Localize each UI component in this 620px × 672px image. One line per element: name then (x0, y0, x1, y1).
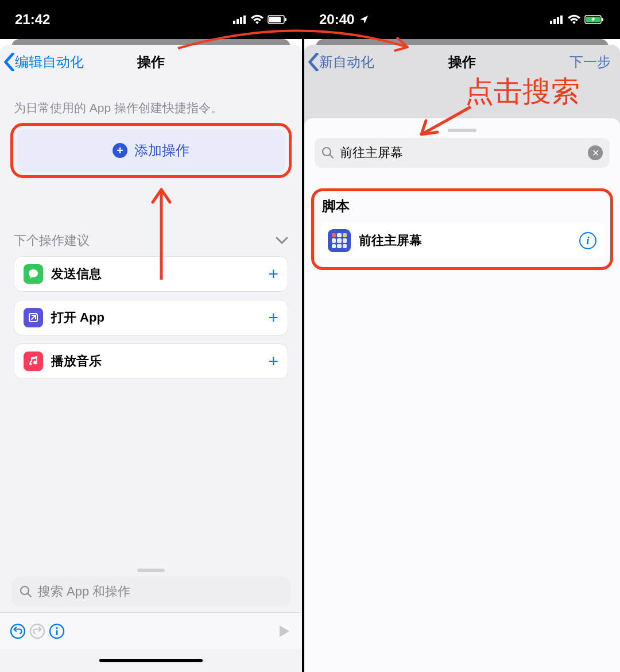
page-title: 操作 (448, 53, 476, 71)
svg-rect-18 (553, 19, 556, 24)
chevron-left-icon (3, 53, 15, 71)
status-icons (550, 14, 605, 25)
right-screenshot: 20:40 新自动化 操作 下一步 前往主屏幕 ✕ 脚 (304, 0, 620, 672)
svg-rect-16 (56, 630, 58, 635)
music-icon (24, 352, 43, 371)
result-label: 前往主屏幕 (359, 232, 571, 249)
search-panel: 前往主屏幕 ✕ 脚本 前往主屏幕 i (304, 118, 620, 672)
status-bar: 21:42 (0, 0, 302, 39)
info-button[interactable] (47, 621, 67, 641)
back-label: 编辑自动化 (15, 53, 84, 71)
back-button[interactable]: 编辑自动化 (3, 53, 84, 71)
cellular-icon (233, 15, 247, 24)
plus-icon[interactable]: + (268, 308, 278, 327)
undo-button[interactable] (8, 621, 28, 641)
plus-circle-icon: + (113, 143, 127, 158)
annotation-highlight: 脚本 前往主屏幕 i (311, 188, 613, 270)
svg-rect-1 (237, 19, 239, 24)
search-value: 前往主屏幕 (340, 144, 582, 161)
actions-sheet: 新自动化 操作 下一步 前往主屏幕 ✕ 脚本 前往主屏幕 i (304, 45, 620, 672)
hint-text: 为日常使用的 App 操作创建快捷指令。 (14, 100, 288, 116)
svg-rect-0 (233, 21, 235, 24)
search-placeholder: 搜索 App 和操作 (38, 583, 130, 600)
drag-handle[interactable] (448, 129, 476, 132)
page-title: 操作 (137, 53, 165, 71)
location-icon (359, 14, 369, 25)
result-section-title: 脚本 (322, 197, 604, 215)
svg-line-11 (28, 593, 31, 597)
nav-bar: 新自动化 操作 下一步 (304, 45, 620, 79)
svg-rect-23 (602, 18, 603, 21)
svg-rect-19 (557, 17, 559, 24)
suggestion-label: 发送信息 (51, 265, 260, 283)
redo-button[interactable] (28, 621, 47, 641)
suggestions-header[interactable]: 下个操作建议 (14, 232, 288, 249)
actions-sheet: 编辑自动化 操作 为日常使用的 App 操作创建快捷指令。 + 添加操作 下个操… (0, 45, 302, 672)
svg-line-25 (330, 155, 333, 158)
search-input[interactable]: 搜索 App 和操作 (11, 577, 290, 607)
suggestion-label: 播放音乐 (51, 353, 260, 370)
nav-bar: 编辑自动化 操作 (0, 45, 302, 79)
svg-point-15 (56, 627, 57, 628)
bottom-area: 搜索 App 和操作 (0, 563, 302, 672)
back-button[interactable]: 新自动化 (308, 53, 374, 71)
wifi-icon (567, 14, 581, 25)
svg-point-9 (34, 361, 37, 364)
clock: 21:42 (15, 11, 50, 28)
status-bar: 20:40 (304, 0, 620, 39)
svg-rect-2 (240, 17, 242, 24)
add-action-label: 添加操作 (134, 141, 189, 160)
svg-rect-20 (560, 16, 563, 24)
wifi-icon (250, 14, 264, 25)
chevron-down-icon (276, 233, 288, 248)
annotation-highlight: + 添加操作 (10, 123, 292, 178)
svg-point-8 (29, 362, 32, 365)
back-label: 新自动化 (319, 53, 374, 71)
svg-rect-6 (285, 18, 286, 21)
suggestion-label: 打开 App (51, 309, 260, 326)
result-row[interactable]: 前往主屏幕 i (320, 222, 604, 259)
search-icon (321, 146, 334, 159)
search-icon (20, 585, 32, 598)
suggestion-row[interactable]: 发送信息 + (14, 256, 288, 292)
suggestion-row[interactable]: 播放音乐 + (14, 343, 288, 379)
messages-icon (24, 264, 43, 284)
svg-point-12 (11, 624, 25, 638)
svg-point-13 (30, 624, 44, 638)
status-icons (233, 14, 287, 25)
open-app-icon (24, 308, 43, 327)
chevron-left-icon (308, 53, 319, 71)
battery-charging-icon (584, 15, 605, 24)
info-icon[interactable]: i (579, 232, 596, 249)
clock: 20:40 (319, 11, 354, 28)
suggestions-title: 下个操作建议 (14, 232, 90, 249)
cellular-icon (550, 15, 564, 24)
svg-rect-3 (243, 16, 246, 24)
suggestion-row[interactable]: 打开 App + (14, 300, 288, 335)
home-screen-icon (328, 229, 351, 252)
suggestions-list: 发送信息 + 打开 App + 播放音乐 + (14, 256, 288, 379)
play-button[interactable] (274, 621, 294, 641)
search-input[interactable]: 前往主屏幕 ✕ (315, 138, 610, 168)
plus-icon[interactable]: + (268, 264, 278, 284)
next-button[interactable]: 下一步 (569, 53, 611, 71)
battery-icon (268, 15, 287, 24)
left-screenshot: 21:42 编辑自动化 操作 为日常使用的 App 操作创建快捷指令。 + 添加… (0, 0, 302, 672)
add-action-button[interactable]: + 添加操作 (17, 129, 285, 172)
plus-icon[interactable]: + (268, 352, 278, 371)
clear-button[interactable]: ✕ (588, 145, 603, 160)
home-indicator (0, 649, 302, 672)
svg-rect-5 (269, 17, 281, 22)
toolbar (0, 612, 302, 649)
svg-rect-17 (550, 21, 552, 24)
drag-handle[interactable] (137, 569, 165, 572)
